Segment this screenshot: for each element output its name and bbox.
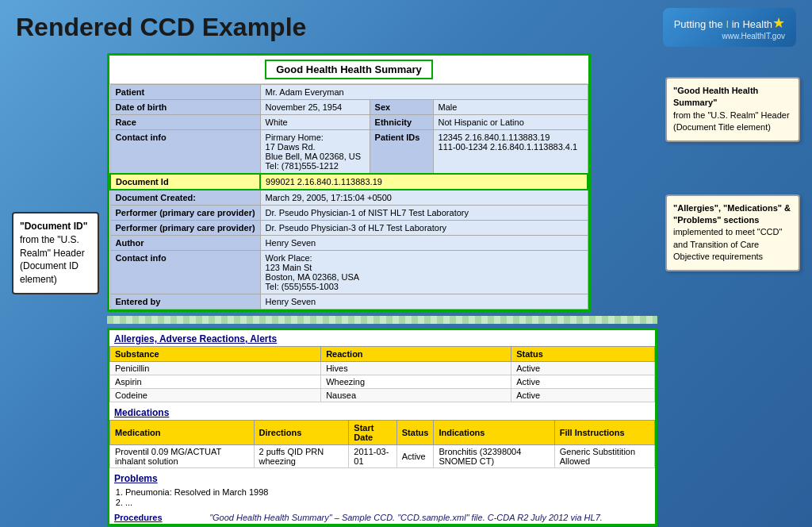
logo-putting-text: Putting the I in Health★ bbox=[674, 14, 785, 32]
left-annotation-desc: from the "U.S. Realm" Header (Document I… bbox=[20, 234, 85, 285]
med-col-indications: Indications bbox=[434, 421, 554, 445]
ccd-lower-section: Allergies, Adverse Reactions, Alerts Sub… bbox=[107, 328, 657, 526]
footer-text: "Good Health Health Summary" – Sample CC… bbox=[0, 513, 812, 522]
doc-id-label: Document Id bbox=[110, 174, 260, 190]
performer1-label: Performer (primary care provider) bbox=[110, 206, 260, 221]
problem-item: ... bbox=[125, 498, 650, 507]
med-col-status: Status bbox=[396, 421, 434, 445]
right-bottom-callout-title: "Allergies", "Medications" & "Problems" … bbox=[673, 203, 791, 225]
problems-list: Pneumonia: Resolved in March 1998... bbox=[109, 486, 655, 511]
medications-table: Medication Directions Start Date Status … bbox=[109, 420, 655, 468]
author-value: Henry Seven bbox=[260, 236, 588, 251]
contact-label: Contact info bbox=[110, 130, 260, 175]
doc-created-label: Document Created: bbox=[110, 190, 260, 206]
right-bottom-callout-desc: implemented to meet "CCD" and Transition… bbox=[673, 227, 782, 261]
patient-info-table: Patient Mr. Adam Everyman Date of birth … bbox=[109, 84, 588, 310]
allergy-substance: Aspirin bbox=[110, 375, 321, 389]
logo-website: www.HealthIT.gov bbox=[674, 32, 785, 40]
table-row: Document Created: March 29, 2005, 17:15:… bbox=[110, 190, 588, 206]
patient-value: Mr. Adam Everyman bbox=[260, 85, 588, 100]
dob-label: Date of birth bbox=[110, 100, 260, 115]
entered-by-value: Henry Seven bbox=[260, 294, 588, 310]
logo-putting-label: Putting the bbox=[674, 18, 723, 30]
table-row: Patient Mr. Adam Everyman bbox=[110, 85, 588, 100]
contact-value: Pirmary Home: 17 Daws Rd. Blue Bell, MA … bbox=[260, 130, 370, 175]
sex-label: Sex bbox=[370, 100, 433, 115]
right-bottom-callout-wrapper: "Allergies", "Medications" & "Problems" … bbox=[665, 194, 800, 271]
patient-ids-value: 12345 2.16.840.1.113883.19 111-00-1234 2… bbox=[433, 130, 588, 175]
dob-value: November 25, 1954 bbox=[260, 100, 370, 115]
left-annotation-box: "Document ID" from the "U.S. Realm" Head… bbox=[12, 212, 99, 294]
author-contact-value: Work Place: 123 Main St Boston, MA 02368… bbox=[260, 251, 588, 294]
allergies-section-title: Allergies, Adverse Reactions, Alerts bbox=[109, 330, 655, 346]
patient-label: Patient bbox=[110, 85, 260, 100]
author-label: Author bbox=[110, 236, 260, 251]
right-top-callout-title: "Good Health Health Summary" bbox=[673, 86, 758, 107]
right-bottom-callout: "Allergies", "Medications" & "Problems" … bbox=[665, 194, 800, 271]
doc-id-value: 999021 2.16.840.1.113883.19 bbox=[260, 174, 588, 190]
medications-section-title: Medications bbox=[109, 404, 655, 420]
allergies-table: Substance Reaction Status Penicillin Hiv… bbox=[109, 346, 655, 402]
allergy-col-status: Status bbox=[511, 347, 655, 362]
med-col-fill-instructions: Fill Instructions bbox=[554, 421, 654, 445]
table-row: Contact info Work Place: 123 Main St Bos… bbox=[110, 251, 588, 294]
race-value: White bbox=[260, 115, 370, 130]
med-status: Active bbox=[396, 445, 434, 468]
health-it-logo: Putting the I in Health★ www.HealthIT.go… bbox=[663, 8, 796, 47]
problem-item: Pneumonia: Resolved in March 1998 bbox=[125, 487, 650, 497]
document-title: Good Health Health Summary bbox=[265, 60, 432, 79]
med-col-directions: Directions bbox=[254, 421, 349, 445]
allergy-row: Penicillin Hives Active bbox=[110, 362, 655, 375]
allergy-substance: Codeine bbox=[110, 389, 321, 402]
problems-section-title: Problems bbox=[109, 470, 655, 486]
table-row: Race White Ethnicity Not Hispanic or Lat… bbox=[110, 115, 588, 130]
allergy-status: Active bbox=[511, 389, 655, 402]
entered-by-label: Entered by bbox=[110, 294, 260, 310]
allergy-reaction: Wheezing bbox=[321, 375, 511, 389]
med-col-medication: Medication bbox=[110, 421, 255, 445]
table-row: Author Henry Seven bbox=[110, 236, 588, 251]
allergy-col-reaction: Reaction bbox=[321, 347, 511, 362]
allergy-reaction: Hives bbox=[321, 362, 511, 375]
ethnicity-label: Ethnicity bbox=[370, 115, 433, 130]
performer2-value: Dr. Pseudo Physician-3 of HL7 Test Labor… bbox=[260, 221, 588, 236]
med-fill-instructions: Generic Substitition Allowed bbox=[554, 445, 654, 468]
med-indications: Bronchitis (32398004 SNOMED CT) bbox=[434, 445, 554, 468]
right-top-callout: "Good Health Health Summary" from the "U… bbox=[665, 77, 800, 142]
logo-in-text: in Health bbox=[732, 18, 772, 30]
allergy-substance: Penicillin bbox=[110, 362, 321, 375]
allergy-col-substance: Substance bbox=[110, 347, 321, 362]
doc-created-value: March 29, 2005, 17:15:04 +0500 bbox=[260, 190, 588, 206]
table-row: Performer (primary care provider) Dr. Ps… bbox=[110, 206, 588, 221]
allergy-row: Codeine Nausea Active bbox=[110, 389, 655, 402]
allergy-status: Active bbox=[511, 375, 655, 389]
table-row: Contact info Pirmary Home: 17 Daws Rd. B… bbox=[110, 130, 588, 175]
ethnicity-value: Not Hispanic or Latino bbox=[433, 115, 588, 130]
performer2-label: Performer (primary care provider) bbox=[110, 221, 260, 236]
right-annotation-panel: "Good Health Health Summary" from the "U… bbox=[665, 53, 800, 526]
med-medication: Proventil 0.09 MG/ACTUAT inhalant soluti… bbox=[110, 445, 255, 468]
table-row: Performer (primary care provider) Dr. Ps… bbox=[110, 221, 588, 236]
patient-ids-label: Patient IDs bbox=[370, 130, 433, 175]
allergy-reaction: Nausea bbox=[321, 389, 511, 402]
ccd-upper-section: Good Health Health Summary Patient Mr. A… bbox=[107, 53, 591, 312]
race-label: Race bbox=[110, 115, 260, 130]
document-title-row: Good Health Health Summary bbox=[109, 56, 588, 84]
table-row: Date of birth November 25, 1954 Sex Male bbox=[110, 100, 588, 115]
author-contact-label: Contact info bbox=[110, 251, 260, 294]
allergy-status: Active bbox=[511, 362, 655, 375]
left-annotation-panel: "Document ID" from the "U.S. Realm" Head… bbox=[12, 53, 99, 526]
torn-divider bbox=[107, 316, 657, 324]
doc-id-row: Document Id 999021 2.16.840.1.113883.19 bbox=[110, 174, 588, 190]
table-row: Entered by Henry Seven bbox=[110, 294, 588, 310]
med-col-start-date: Start Date bbox=[349, 421, 396, 445]
star-icon: ★ bbox=[772, 15, 785, 31]
footer-label: "Good Health Health Summary" – Sample CC… bbox=[209, 513, 603, 522]
performer1-value: Dr. Pseudo Physician-1 of NIST HL7 Test … bbox=[260, 206, 588, 221]
medication-row: Proventil 0.09 MG/ACTUAT inhalant soluti… bbox=[110, 445, 655, 468]
sex-value: Male bbox=[433, 100, 588, 115]
med-start-date: 2011-03-01 bbox=[349, 445, 396, 468]
left-annotation-title: "Document ID" bbox=[20, 221, 87, 232]
allergies-header-row: Substance Reaction Status bbox=[110, 347, 655, 362]
right-top-callout-desc: from the "U.S. Realm" Header (Document T… bbox=[673, 110, 790, 132]
